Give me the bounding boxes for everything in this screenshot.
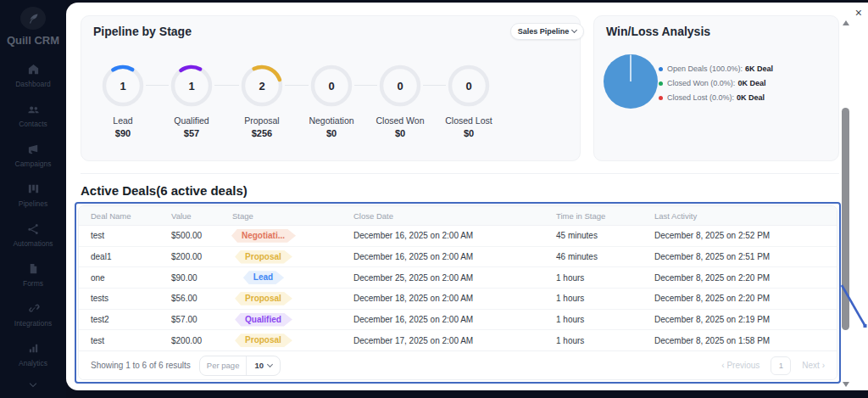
stage-badge: Proposal [235, 334, 292, 347]
legend-value: 0K Deal [737, 79, 765, 87]
sidebar-item-automations[interactable]: Automations [13, 215, 53, 255]
quill-icon [26, 12, 40, 25]
cell-name: deal1 [91, 252, 171, 261]
cell-value: $500.00 [171, 231, 232, 240]
stage-progress-ring: 1 [102, 64, 144, 107]
stage-count: 2 [241, 64, 283, 107]
scrollbar-down-arrow-icon[interactable] [843, 382, 849, 387]
sidebar-collapse-chevron-icon[interactable] [31, 374, 36, 390]
sidebar-item-forms[interactable]: Forms [13, 255, 53, 294]
pipeline-panel-title: Pipeline by Stage [93, 25, 192, 38]
cell-time-in-stage: 46 minutes [556, 252, 654, 261]
cell-time-in-stage: 45 minutes [556, 231, 654, 240]
stage-badge: Proposal [235, 250, 292, 264]
stage-closed-lost: 0Closed Lost$0 [435, 64, 503, 138]
stage-value: $90 [89, 128, 157, 138]
cell-close-date: December 18, 2025 on 2:00 AM [353, 294, 556, 303]
sidebar-item-pipelines[interactable]: Pipelines [13, 175, 53, 215]
app-logo [20, 7, 46, 30]
table-body: test$500.00Negotiati...December 16, 2025… [79, 226, 837, 350]
stage-value: $256 [228, 128, 296, 138]
stage-closed-won: 0Closed Won$0 [366, 64, 434, 138]
cell-name: test [91, 336, 171, 345]
sidebar: Quill CRM DashboardContactsCampaignsPipe… [0, 0, 66, 398]
stage-name: Closed Won [366, 115, 434, 126]
legend-dot [659, 96, 663, 100]
stage-proposal: 2Proposal$256 [228, 64, 296, 138]
per-page-label: Per page [200, 356, 248, 375]
chevron-down-icon [267, 361, 273, 367]
cell-last-activity: December 8, 2025 on 1:58 PM [654, 336, 837, 345]
stage-name: Qualified [158, 115, 225, 126]
table-row[interactable]: test2$57.00QualifiedDecember 16, 2025 on… [79, 310, 837, 331]
table-row[interactable]: one$90.00LeadDecember 25, 2025 on 2:00 A… [79, 267, 837, 289]
sidebar-nav: DashboardContactsCampaignsPipelinesAutom… [13, 55, 53, 374]
cell-value: $56.00 [171, 294, 232, 303]
scrollbar-thumb[interactable] [842, 108, 849, 330]
close-icon[interactable]: × [855, 7, 862, 19]
cell-name: one [91, 273, 171, 283]
column-header-deal-name: Deal Name [91, 211, 171, 221]
winloss-legend: Open Deals (100.0%):6K DealClosed Won (0… [659, 64, 773, 108]
cell-stage: Lead [226, 271, 301, 284]
sidebar-item-campaigns[interactable]: Campaigns [13, 135, 53, 175]
table-row[interactable]: test$200.00ProposalDecember 17, 2025 on … [79, 330, 837, 350]
table-row[interactable]: deal1$200.00ProposalDecember 16, 2025 on… [79, 247, 837, 268]
table-row[interactable]: test$500.00Negotiati...December 16, 2025… [79, 226, 837, 247]
sidebar-item-integrations[interactable]: Integrations [13, 294, 53, 334]
sidebar-item-analytics[interactable]: Analytics [13, 334, 53, 374]
pipelines-icon [27, 182, 40, 197]
pipeline-selector-label: Sales Pipeline [518, 27, 570, 36]
column-header-close-date: Close Date [353, 211, 556, 221]
stage-count: 1 [102, 64, 144, 107]
sidebar-item-label: Dashboard [15, 80, 51, 88]
cell-time-in-stage: 1 hours [556, 336, 654, 345]
active-deals-table: Deal NameValueStageClose DateTime in Sta… [78, 205, 837, 380]
stage-progress-ring: 0 [448, 64, 490, 107]
previous-page-button[interactable]: ‹ Previous [721, 361, 760, 370]
legend-dot [659, 67, 663, 71]
cell-last-activity: December 8, 2025 on 2:20 PM [654, 273, 837, 283]
winloss-panel-title: Win/Loss Analysis [606, 25, 710, 38]
legend-label: Closed Won (0.0%): [667, 79, 735, 87]
legend-value: 6K Deal [745, 64, 773, 73]
cell-last-activity: December 8, 2025 on 2:52 PM [654, 231, 837, 240]
cell-last-activity: December 8, 2025 on 2:51 PM [654, 252, 837, 261]
cell-name: tests [91, 294, 171, 303]
legend-item: Open Deals (100.0%):6K Deal [659, 64, 773, 73]
cell-close-date: December 16, 2025 on 2:00 AM [353, 231, 556, 240]
sidebar-item-label: Analytics [19, 359, 47, 367]
cell-time-in-stage: 1 hours [556, 294, 654, 303]
next-page-button[interactable]: Next › [802, 361, 825, 370]
stage-count: 0 [379, 64, 421, 107]
stage-name: Negotiation [298, 115, 365, 126]
sidebar-item-contacts[interactable]: Contacts [13, 95, 53, 135]
page-number-button[interactable]: 1 [771, 356, 791, 375]
stage-value: $0 [435, 128, 503, 138]
stage-progress-ring: 2 [241, 64, 283, 107]
cell-close-date: December 25, 2025 on 2:00 AM [353, 273, 556, 283]
winloss-pie-chart [603, 53, 659, 109]
table-row[interactable]: tests$56.00ProposalDecember 18, 2025 on … [79, 289, 837, 310]
column-header-last-activity: Last Activity [654, 211, 837, 221]
stage-name: Closed Lost [435, 115, 503, 126]
cell-value: $200.00 [171, 252, 232, 261]
dashboard-modal: Pipeline by Stage Sales Pipeline 1Lead$9… [66, 3, 868, 390]
sidebar-item-label: Contacts [19, 120, 47, 128]
app-root: { "modal": { "close_icon": "×" }, "sideb… [0, 0, 868, 398]
cell-last-activity: December 8, 2025 on 2:20 PM [654, 294, 837, 303]
per-page-select[interactable]: 10 [247, 361, 280, 370]
cell-name: test2 [91, 315, 171, 324]
stage-progress-ring: 0 [379, 64, 421, 107]
contacts-icon [27, 103, 40, 117]
scrollbar-up-arrow-icon[interactable] [843, 20, 849, 25]
chevron-down-icon [571, 27, 577, 33]
cell-value: $200.00 [171, 336, 232, 345]
pipeline-selector-dropdown[interactable]: Sales Pipeline [510, 23, 584, 40]
column-header-time-in-stage: Time in Stage [556, 211, 654, 221]
stage-value: $57 [158, 128, 225, 138]
stage-negotiation: 0Negotiation$0 [298, 64, 365, 138]
sidebar-item-dashboard[interactable]: Dashboard [13, 55, 53, 95]
stage-progress-ring: 1 [170, 64, 213, 107]
analytics-icon [27, 342, 40, 356]
